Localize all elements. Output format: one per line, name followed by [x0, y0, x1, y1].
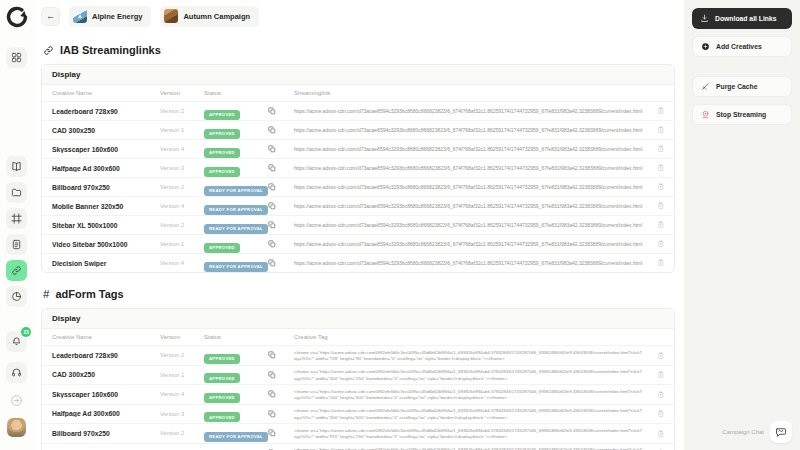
copy-icon[interactable] [268, 221, 294, 229]
status-cell: READY FOR APPROVAL [204, 216, 268, 234]
plus-circle-icon [701, 42, 710, 51]
table-row: CAD 300x250Version 1APPROVEDhttps://acme… [42, 120, 674, 139]
table-row: Video Sitebar 500x1000Version 1APPROVEDh… [42, 234, 674, 253]
status-cell: READY FOR APPROVAL [204, 424, 268, 442]
col-version: Version [160, 334, 204, 340]
clipboard-icon[interactable] [644, 240, 664, 248]
copy-icon[interactable] [268, 183, 294, 191]
status-cell: READY FOR APPROVAL [204, 254, 268, 272]
pie-chart-icon [11, 291, 22, 302]
payload-text: https://acme.advox-cdn.com/d73acae8594c3… [294, 165, 644, 171]
link-icon [11, 265, 22, 276]
copy-icon[interactable] [268, 126, 294, 134]
brand-logo-icon[interactable] [5, 5, 29, 29]
table-row: Halfpage Ad 300x600Version 3APPROVEDhttp… [42, 158, 674, 177]
copy-icon[interactable] [268, 164, 294, 172]
copy-icon[interactable] [268, 351, 294, 359]
table-row: Mobile Banner 320x50Version 4READY FOR A… [42, 196, 674, 215]
user-avatar[interactable] [7, 418, 26, 437]
sidebar-item-dashboard[interactable] [6, 47, 27, 68]
clipboard-icon[interactable] [644, 145, 664, 153]
status-cell: APPROVED [204, 159, 268, 177]
headset-icon [11, 367, 22, 378]
clipboard-icon[interactable] [644, 107, 664, 115]
payload-text: https://acme.advox-cdn.com/d73acae8594c3… [294, 184, 644, 190]
status-badge: APPROVED [204, 373, 240, 383]
copy-icon[interactable] [268, 410, 294, 418]
download-all-links-button[interactable]: Download all Links [692, 8, 792, 29]
grid-icon [11, 52, 22, 63]
payload-text: https://acme.advox-cdn.com/d73acae8594c3… [294, 146, 644, 152]
purge-cache-button[interactable]: Purge Cache [692, 76, 792, 97]
chat-label: Campaign Chat [722, 429, 764, 435]
copy-icon[interactable] [268, 107, 294, 115]
clipboard-icon[interactable] [644, 410, 664, 418]
copy-icon[interactable] [268, 145, 294, 153]
support-button[interactable] [6, 362, 27, 383]
table-row: Sitebar XL 500x1000Version 2READY FOR AP… [42, 215, 674, 234]
status-badge: READY FOR APPROVAL [204, 224, 268, 234]
status-badge: READY FOR APPROVAL [204, 262, 268, 272]
copy-icon[interactable] [268, 429, 294, 437]
table-row: Leaderboard 728x90Version 2APPROVED<ifra… [42, 345, 674, 365]
status-cell: APPROVED [204, 366, 268, 384]
clipboard-icon[interactable] [644, 371, 664, 379]
document-icon [11, 239, 22, 250]
clipboard-icon[interactable] [644, 259, 664, 267]
copy-icon[interactable] [268, 202, 294, 210]
status-cell: READY FOR APPROVAL [204, 178, 268, 196]
creative-version: Version 4 [160, 391, 204, 397]
copy-icon[interactable] [268, 240, 294, 248]
creative-name: CAD 300x250 [52, 371, 160, 378]
payload-text: https://acme.advox-cdn.com/d73acae8594c3… [294, 222, 644, 228]
notifications-button[interactable]: 23 [6, 331, 27, 352]
payload-text: <iframe src="https://acme.advox-cdn.com/… [294, 348, 644, 363]
clipboard-icon[interactable] [644, 202, 664, 210]
status-badge: APPROVED [204, 148, 240, 158]
creative-name: Skysscaper 160x600 [52, 146, 160, 153]
creative-name: Mobile Banner 320x50 [52, 203, 160, 210]
copy-icon[interactable] [268, 259, 294, 267]
logout-button[interactable] [9, 393, 24, 408]
add-creatives-button[interactable]: Add Creatives [692, 36, 792, 57]
back-button[interactable]: ← [41, 7, 60, 26]
clipboard-icon[interactable] [644, 126, 664, 134]
status-badge: READY FOR APPROVAL [204, 205, 268, 215]
clipboard-icon[interactable] [644, 352, 664, 360]
breadcrumb-advertiser[interactable]: ▲ Alpine Energy [69, 6, 151, 27]
book-icon [11, 161, 22, 172]
clipboard-icon[interactable] [644, 164, 664, 172]
payload-text: <iframe src="https://acme.advox-cdn.com/… [294, 426, 644, 441]
stop-record-icon [701, 110, 710, 119]
creative-version: Version 2 [160, 352, 204, 358]
sidebar-item-streaminglinks[interactable] [6, 260, 27, 281]
status-cell: READY FOR APPROVAL [204, 444, 268, 450]
table-row: Skysscaper 160x600Version 4APPROVEDhttps… [42, 139, 674, 158]
col-creative-name: Creative Name [52, 90, 160, 96]
creative-version: Version 2 [160, 430, 204, 436]
status-cell: APPROVED [204, 405, 268, 423]
sidebar-item-reports[interactable] [6, 234, 27, 255]
clipboard-icon[interactable] [644, 183, 664, 191]
breadcrumb-campaign[interactable]: Autumn Campaign [160, 6, 259, 27]
sidebar-item-library[interactable] [6, 156, 27, 177]
stop-streaming-button[interactable]: Stop Streaming [692, 104, 792, 125]
clipboard-icon[interactable] [644, 221, 664, 229]
status-cell: APPROVED [204, 346, 268, 364]
copy-icon[interactable] [268, 371, 294, 379]
copy-icon[interactable] [268, 390, 294, 398]
notification-count-badge: 23 [21, 327, 31, 337]
sidebar-item-creatives[interactable] [6, 208, 27, 229]
left-rail: 23 [0, 0, 34, 450]
campaign-chat-button[interactable] [770, 421, 792, 443]
sidebar-item-analytics[interactable] [6, 286, 27, 307]
clipboard-icon[interactable] [644, 430, 664, 438]
download-icon [700, 14, 709, 23]
creative-name: Leaderboard 728x90 [52, 108, 160, 115]
status-badge: APPROVED [204, 243, 240, 253]
sidebar-item-files[interactable] [6, 182, 27, 203]
clipboard-icon[interactable] [644, 391, 664, 399]
status-cell: APPROVED [204, 121, 268, 139]
status-badge: APPROVED [204, 167, 240, 177]
creative-version: Version 4 [160, 146, 204, 152]
